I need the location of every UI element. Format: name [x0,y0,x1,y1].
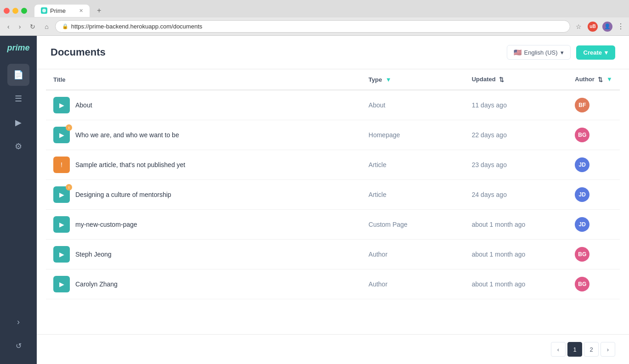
table-row[interactable]: ! Sample article, that's not published y… [46,150,620,180]
updated-sort-icon[interactable]: ⇅ [499,76,504,83]
doc-icon: ▶ ! [53,186,70,203]
doc-type-icon: ▶ [59,251,64,258]
url-input[interactable]: 🔒 https://prime-backend.herokuapp.com/do… [55,20,570,33]
type-cell: Homepage [361,120,465,150]
updated-cell: about 1 month ago [465,269,568,299]
sidebar-item-media[interactable]: ▶ [7,112,29,134]
page-title: Documents [51,46,106,58]
refresh-icon: ↺ [16,342,22,350]
title-cell: ▶ ! Designing a culture of mentorship [46,180,361,210]
doc-updated: 24 days ago [472,191,507,198]
sidebar-collapse-button[interactable]: › [7,311,29,333]
table-row[interactable]: ▶ ! Designing a culture of mentorship Ar… [46,180,620,210]
author-filter-icon[interactable]: ▼ [606,76,612,83]
doc-updated: about 1 month ago [472,221,526,228]
doc-updated: about 1 month ago [472,251,526,258]
author-initials: JD [579,221,586,228]
doc-icon: ▶ [53,276,70,292]
page-header: Documents 🇺🇸 English (US) ▾ Create ▾ [37,36,629,69]
page-2-button[interactable]: 2 [584,342,599,357]
ublock-icon[interactable]: uB [588,22,598,32]
active-tab[interactable]: Prime ✕ [34,5,90,17]
flag-icon: 🇺🇸 [514,49,521,56]
tab-favicon [41,7,47,14]
type-cell: Author [361,240,465,269]
sidebar-item-list[interactable]: ☰ [7,88,29,110]
doc-type: About [368,101,385,109]
doc-updated: 23 days ago [472,161,507,168]
user-profile-icon[interactable]: 👤 [602,22,612,32]
table-row[interactable]: ▶ ! Who we are, and who we want to be Ho… [46,120,620,150]
create-button[interactable]: Create ▾ [576,45,615,60]
main-content: Documents 🇺🇸 English (US) ▾ Create ▾ [37,36,629,364]
doc-type-icon: ! [61,161,62,168]
star-icon[interactable]: ☆ [574,22,583,31]
tab-close-button[interactable]: ✕ [79,8,83,14]
doc-updated: 11 days ago [472,101,507,109]
page-1-button[interactable]: 1 [567,342,582,357]
author-cell: BG [567,120,620,150]
author-initials: BF [578,102,586,108]
sidebar: prime 📄 ☰ ▶ ⚙ › ↺ [0,36,37,364]
tab-bar: Prime ✕ + [0,0,629,17]
list-icon: ☰ [15,94,22,104]
close-window-button[interactable] [4,8,10,14]
prev-page-button[interactable]: ‹ [551,342,566,357]
create-label: Create [584,49,602,56]
th-author[interactable]: Author ⇅ ▼ [567,69,620,90]
chevron-right-icon: › [17,317,20,327]
doc-type-icon: ▶ [59,221,64,228]
new-tab-button[interactable]: + [92,4,106,17]
th-type[interactable]: Type ▼ [361,69,465,90]
doc-type-icon: ▶ [59,131,64,139]
title-cell: ▶ Steph Jeong [46,240,361,269]
sidebar-item-settings[interactable]: ⚙ [7,135,29,157]
browser-toolbar-right: ☆ uB 👤 ⋮ [574,22,624,32]
doc-type: Homepage [368,131,400,139]
sidebar-item-documents[interactable]: 📄 [7,64,29,86]
maximize-window-button[interactable] [21,8,27,14]
table-row[interactable]: ▶ Steph Jeong Author about 1 month ago B… [46,240,620,269]
back-button[interactable]: ‹ [5,22,12,32]
language-selector[interactable]: 🇺🇸 English (US) ▾ [507,45,571,60]
table-row[interactable]: ▶ my-new-custom-page Custom Page about 1… [46,210,620,240]
browser-menu-icon[interactable]: ⋮ [617,22,624,31]
author-avatar: JD [575,217,589,232]
type-filter-icon[interactable]: ▼ [385,76,391,83]
table-row[interactable]: ▶ About About 11 days ago BF [46,90,620,120]
forward-button[interactable]: › [16,22,24,32]
settings-icon: ⚙ [15,141,22,151]
doc-type: Author [368,251,387,258]
reload-button[interactable]: ↻ [27,22,38,32]
table-header: Title Type ▼ Updated ⇅ Author ⇅ [46,69,620,90]
documents-table-container: Title Type ▼ Updated ⇅ Author ⇅ [37,69,629,334]
address-bar: ‹ › ↻ ⌂ 🔒 https://prime-backend.herokuap… [0,17,629,35]
home-button[interactable]: ⌂ [42,22,51,32]
media-icon: ▶ [15,118,22,128]
th-updated[interactable]: Updated ⇅ [465,69,568,90]
author-cell: BG [567,240,620,269]
title-cell: ▶ About [46,90,361,120]
minimize-window-button[interactable] [12,8,18,14]
sidebar-refresh-button[interactable]: ↺ [7,335,29,357]
table-row[interactable]: ▶ Carolyn Zhang Author about 1 month ago… [46,269,620,299]
doc-type-icon: ▶ [59,101,64,109]
doc-type-icon: ▶ [59,191,64,198]
pagination: ‹ 1 2 › [37,334,629,364]
next-page-button[interactable]: › [601,342,615,357]
doc-updated: about 1 month ago [472,280,526,288]
type-cell: Article [361,150,465,180]
doc-title: Steph Jeong [75,251,112,258]
window-controls [4,8,27,14]
author-avatar: BG [575,128,589,142]
type-cell: About [361,90,465,120]
url-text: https://prime-backend.herokuapp.com/docu… [71,23,202,30]
doc-icon: ▶ [53,216,70,233]
doc-type: Article [368,161,386,168]
doc-title: Sample article, that's not published yet [75,161,185,168]
author-sort-icon[interactable]: ⇅ [598,76,603,83]
author-avatar: BG [575,277,589,291]
tab-label: Prime [50,7,66,14]
doc-title: Carolyn Zhang [75,280,118,288]
author-cell: JD [567,210,620,240]
